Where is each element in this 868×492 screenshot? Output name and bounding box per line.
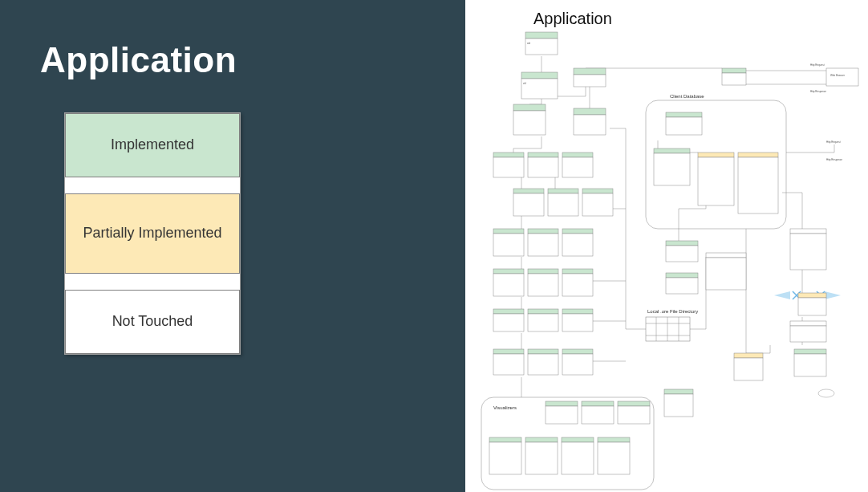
class-bar-chart (790, 229, 826, 270)
group-local-ore-label: Local .ore File Directory (647, 309, 698, 314)
class-extra1 (790, 321, 826, 342)
class-xml-loader (734, 353, 763, 380)
uml-diagram: Client Database Visualizers Local .ore F… (465, 0, 868, 492)
svg-rect-87 (546, 401, 578, 406)
class-class-aggregator (513, 189, 544, 216)
svg-rect-18 (574, 75, 606, 87)
svg-rect-86 (794, 354, 826, 376)
svg-rect-92 (618, 406, 650, 424)
svg-rect-35 (493, 229, 524, 234)
class-vis-summary (525, 437, 558, 474)
svg-rect-74 (706, 258, 746, 290)
class-vis-extra1 (562, 437, 594, 474)
class-http-service: attr (525, 32, 558, 55)
svg-rect-79 (790, 229, 826, 234)
svg-rect-56 (528, 354, 558, 375)
svg-rect-58 (562, 354, 593, 375)
svg-rect-32 (548, 193, 578, 216)
svg-rect-90 (582, 406, 614, 424)
legend: Implemented Partially Implemented Not To… (64, 112, 241, 355)
svg-text:attr: attr (527, 42, 530, 45)
svg-rect-85 (794, 349, 826, 354)
class-vis-package (546, 401, 578, 424)
svg-rect-23 (493, 152, 524, 157)
svg-rect-12 (525, 39, 558, 55)
svg-rect-33 (582, 189, 613, 193)
class-vis-method (618, 401, 650, 424)
class-package-analyzer (528, 152, 558, 177)
class-method-org-analyzer (562, 309, 593, 331)
svg-rect-24 (493, 157, 524, 177)
svg-rect-72 (722, 73, 746, 85)
legend-partial: Partially Implemented (65, 193, 240, 274)
svg-rect-53 (493, 349, 524, 354)
svg-rect-48 (493, 314, 524, 331)
class-extra2 (794, 349, 826, 376)
arrow-left-icon (774, 291, 790, 299)
svg-rect-29 (513, 189, 544, 193)
class-pageview-service (738, 152, 778, 213)
svg-rect-51 (562, 309, 593, 314)
svg-rect-31 (548, 189, 578, 193)
svg-rect-82 (798, 298, 826, 315)
svg-rect-41 (493, 269, 524, 274)
svg-rect-25 (528, 152, 558, 157)
class-ore-project (666, 273, 698, 294)
svg-rect-59 (666, 241, 698, 246)
svg-rect-80 (790, 234, 826, 270)
svg-text:ctrl: ctrl (523, 82, 526, 85)
http-response-label: Http Response (810, 90, 826, 93)
class-project-aggregator (493, 229, 524, 256)
group-client-database-label: Client Database (670, 94, 704, 99)
svg-rect-38 (528, 234, 558, 256)
svg-rect-36 (493, 234, 524, 256)
class-interface (562, 269, 593, 296)
class-class-analyzer (548, 189, 578, 216)
class-project-org-analyzer (562, 229, 593, 256)
class-treemap-view (706, 253, 746, 290)
class-load-org-analyzer (562, 349, 593, 375)
svg-rect-26 (528, 157, 558, 177)
svg-rect-30 (513, 193, 544, 216)
svg-rect-39 (562, 229, 593, 234)
class-summary (574, 108, 606, 135)
class-options (664, 389, 693, 417)
svg-rect-67 (698, 152, 734, 157)
svg-rect-98 (562, 442, 594, 474)
svg-rect-17 (574, 68, 606, 75)
svg-rect-46 (562, 274, 593, 296)
class-cache (493, 269, 524, 296)
class-vis-extra2 (598, 437, 630, 474)
svg-rect-88 (546, 406, 578, 424)
svg-rect-63 (666, 112, 702, 117)
http-request-label: Http Request (810, 63, 825, 67)
right-panel: Application Client Database Visualizers … (465, 0, 868, 492)
class-vis-class (582, 401, 614, 424)
svg-rect-76 (734, 358, 763, 380)
svg-rect-62 (666, 278, 698, 294)
svg-rect-40 (562, 234, 593, 256)
class-pages-controller: ctrl (521, 72, 558, 99)
class-load-aggregator (493, 349, 524, 375)
svg-rect-47 (493, 309, 524, 314)
svg-rect-37 (528, 229, 558, 234)
note-ellipse-icon (818, 389, 834, 397)
svg-rect-97 (562, 437, 594, 442)
legend-implemented: Implemented (65, 113, 240, 177)
svg-rect-94 (489, 442, 521, 474)
svg-rect-73 (706, 253, 746, 258)
svg-rect-34 (582, 193, 613, 216)
svg-rect-83 (790, 321, 826, 326)
svg-rect-50 (528, 314, 558, 331)
svg-rect-19 (513, 104, 546, 111)
svg-rect-69 (738, 152, 778, 157)
class-node-lines (666, 241, 698, 262)
svg-rect-66 (654, 153, 690, 185)
svg-rect-60 (666, 246, 698, 262)
svg-rect-70 (738, 157, 778, 213)
class-graphics-setup (654, 148, 690, 185)
svg-rect-21 (574, 108, 606, 115)
svg-rect-54 (493, 354, 524, 375)
class-project-analyzer (528, 229, 558, 256)
svg-rect-93 (489, 437, 521, 442)
